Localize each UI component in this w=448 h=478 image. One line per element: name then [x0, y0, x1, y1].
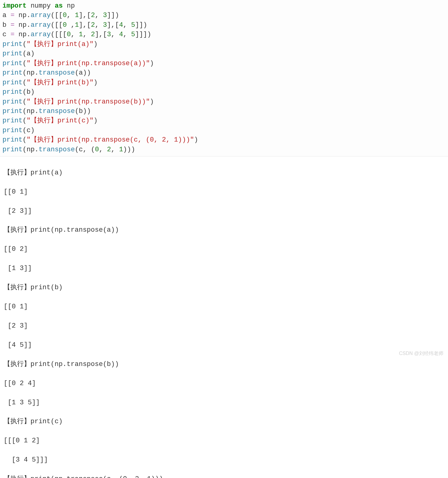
- output-line: [3 4 5]]]: [4, 455, 446, 465]
- code-line-6: print(a): [2, 49, 446, 58]
- sep: ],[: [107, 21, 119, 29]
- sep: ,: [111, 31, 119, 38]
- code-line-7: print("【执行】print(np.transpose(a))"): [2, 59, 446, 68]
- code-line-11: print("【执行】print(np.transpose(b))"): [2, 97, 446, 107]
- quote: ": [146, 98, 150, 106]
- num: 0: [63, 21, 67, 29]
- paren: ([[[: [51, 31, 67, 38]
- num: 2: [107, 146, 111, 153]
- paren: ))): [123, 146, 135, 153]
- paren: (a)): [75, 69, 91, 77]
- code-line-13: print("【执行】print(c)"): [2, 116, 446, 125]
- output-line: [4 5]]: [4, 340, 446, 350]
- output-line: [1 3]]: [4, 264, 446, 273]
- sep: ,: [95, 21, 103, 29]
- code-line-2: a = np.array([[0, 1],[2, 3]]): [2, 11, 446, 20]
- output-line: 【执行】print(np.transpose(c, (0, 2, 1))): [4, 474, 446, 478]
- module-ref: np.: [15, 21, 31, 29]
- var: b: [2, 21, 10, 29]
- num: 3: [103, 21, 107, 29]
- paren: ]]): [135, 21, 147, 29]
- paren: (b)): [75, 107, 91, 115]
- func-array: array: [30, 31, 51, 38]
- quote: ": [26, 117, 30, 125]
- module-ref: np.: [15, 12, 31, 19]
- keyword-as: as: [55, 2, 63, 10]
- output-line: 【执行】print(a): [4, 168, 446, 177]
- func-print: print: [2, 127, 23, 134]
- num: 2: [91, 12, 95, 19]
- output-line: [[0 2 4]: [4, 379, 446, 388]
- num: 0: [95, 146, 99, 153]
- paren: ): [93, 40, 97, 48]
- paren: ]]): [107, 12, 119, 19]
- output-line: 【执行】print(c): [4, 417, 446, 426]
- string-literal: 【执行】print(np.transpose(b)): [30, 98, 146, 106]
- code-line-15: print("【执行】print(np.transpose(c, (0, 2, …: [2, 135, 446, 145]
- sep: ,: [123, 21, 131, 29]
- num: 5: [131, 21, 135, 29]
- paren: (: [23, 136, 26, 144]
- paren: (a): [23, 50, 35, 58]
- output-line: [[0 1]: [4, 187, 446, 197]
- paren: (: [23, 79, 26, 86]
- func-print: print: [2, 136, 23, 144]
- paren: (: [23, 117, 26, 125]
- func-print: print: [2, 50, 23, 58]
- num: 5: [131, 31, 135, 38]
- paren: (: [23, 60, 26, 67]
- num: 1: [119, 146, 123, 153]
- quote: ": [90, 40, 93, 48]
- num: 3: [107, 31, 111, 38]
- assign-op: =: [10, 21, 14, 29]
- sep: ,: [99, 146, 107, 153]
- assign-op: =: [10, 12, 14, 19]
- output-line: 【执行】print(b): [4, 283, 446, 292]
- code-line-14: print(c): [2, 126, 446, 135]
- var: a: [2, 12, 10, 19]
- string-literal: 【执行】print(np.transpose(c, (0, 2, 1))): [30, 136, 190, 144]
- string-literal: 【执行】print(b): [30, 79, 90, 86]
- num: 4: [119, 21, 123, 29]
- var: c: [2, 31, 10, 38]
- code-block: import numpy as np a = np.array([[0, 1],…: [0, 0, 448, 156]
- paren: ): [194, 136, 198, 144]
- num: 0: [67, 31, 71, 38]
- output-block: 【执行】print(a) [[0 1] [2 3]] 【执行】print(np.…: [0, 156, 448, 478]
- alias-name: np: [63, 2, 75, 10]
- paren: (c, (: [75, 146, 95, 153]
- output-line: [1 3 5]]: [4, 398, 446, 407]
- code-line-3: b = np.array([[0 ,1],[2, 3],[4, 5]]): [2, 20, 446, 30]
- quote: ": [190, 136, 194, 144]
- string-literal: 【执行】print(a): [30, 40, 90, 48]
- code-line-1: import numpy as np: [2, 1, 446, 11]
- sep: ,: [123, 31, 131, 38]
- sep: ,: [67, 21, 75, 29]
- code-line-8: print(np.transpose(a)): [2, 68, 446, 78]
- paren: ([[: [51, 21, 63, 29]
- keyword-import: import: [2, 2, 26, 10]
- module-ref: np.: [15, 31, 31, 38]
- sep: ],[: [95, 31, 107, 38]
- num: 3: [103, 12, 107, 19]
- num: 2: [91, 31, 95, 38]
- output-line: [[[0 1 2]: [4, 436, 446, 445]
- code-line-16: print(np.transpose(c, (0, 2, 1))): [2, 145, 446, 154]
- num: 1: [79, 31, 83, 38]
- quote: ": [26, 136, 30, 144]
- func-print: print: [2, 107, 23, 115]
- paren: (: [23, 40, 26, 48]
- sep: ,: [83, 31, 91, 38]
- code-line-5: print("【执行】print(a)"): [2, 40, 446, 49]
- num: 2: [91, 21, 95, 29]
- quote: ": [26, 60, 30, 67]
- paren: ): [150, 60, 154, 67]
- func-print: print: [2, 79, 23, 86]
- code-line-4: c = np.array([[[0, 1, 2],[3, 4, 5]]]): [2, 30, 446, 39]
- assign-op: =: [10, 31, 14, 38]
- num: 4: [119, 31, 123, 38]
- sep: ,: [67, 12, 75, 19]
- func-array: array: [30, 21, 51, 29]
- sep: ,: [95, 12, 103, 19]
- func-transpose: transpose: [39, 69, 75, 77]
